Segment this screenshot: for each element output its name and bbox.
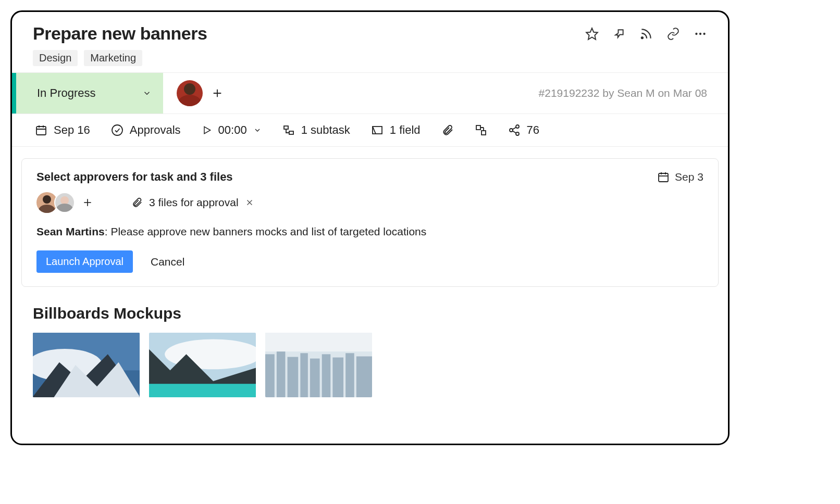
due-date-picker[interactable]: Sep 16 [35,123,90,137]
svg-rect-17 [476,125,480,130]
attachments-button[interactable] [441,124,454,136]
paperclip-icon [131,197,143,208]
svg-line-25 [512,131,516,133]
svg-rect-18 [481,131,486,135]
approvers-row: 3 files for approval [36,192,703,213]
add-assignee-button[interactable] [210,86,225,100]
task-toolbar: Sep 16 Approvals 00:00 1 subtask [12,114,728,147]
more-icon[interactable] [694,27,707,41]
svg-rect-53 [356,356,372,397]
comment-text: Please approve new banners mocks and lis… [110,225,426,237]
svg-line-24 [512,128,516,130]
share-icon [508,124,521,136]
field-icon [371,124,384,136]
svg-point-22 [510,129,513,132]
svg-rect-46 [277,351,286,397]
task-header: Prepare new banners Desig [12,12,728,72]
dependencies-button[interactable] [475,124,487,136]
status-dropdown[interactable]: In Progress [12,73,163,114]
svg-rect-48 [300,353,307,397]
approval-card-title: Select approvers for task and 3 files [36,170,233,184]
approval-due-date[interactable]: Sep 3 [657,171,703,183]
assignees [163,80,225,106]
fields-button[interactable]: 1 field [371,123,421,137]
svg-point-11 [112,125,122,135]
svg-rect-42 [149,384,256,397]
svg-line-16 [373,127,376,134]
svg-rect-26 [659,173,668,182]
timer-control[interactable]: 00:00 [202,123,262,137]
cancel-button[interactable]: Cancel [147,255,188,269]
svg-point-3 [699,32,701,34]
svg-rect-47 [288,357,299,398]
check-circle-icon [111,124,123,136]
rss-icon[interactable] [639,27,653,41]
svg-rect-50 [322,354,331,397]
mockup-thumbnail[interactable] [149,333,256,397]
svg-marker-0 [586,28,598,40]
task-tags: Design Marketing [33,50,707,66]
svg-point-23 [516,132,519,135]
mockup-thumbnail[interactable] [265,333,372,397]
svg-rect-7 [36,127,46,135]
task-id: #219192232 [539,87,600,99]
approval-comment: Sean Martins: Please approve new banners… [36,225,703,238]
play-icon [202,125,212,135]
svg-rect-44 [265,333,372,351]
mockups-heading: Billboards Mockups [33,305,728,322]
svg-rect-51 [332,358,343,397]
subtasks-count: 1 subtask [301,123,350,137]
approvals-label: Approvals [130,123,181,137]
svg-rect-49 [310,359,320,397]
mockup-thumbnail[interactable] [33,333,140,397]
paperclip-icon [441,124,454,136]
subtasks-button[interactable]: 1 subtask [282,123,350,137]
tag-design[interactable]: Design [33,50,78,66]
svg-rect-13 [284,126,288,129]
tag-marketing[interactable]: Marketing [84,50,142,66]
task-detail-window: Prepare new banners Desig [10,10,730,445]
approval-due-date-value: Sep 3 [675,171,703,183]
svg-point-2 [695,32,697,34]
launch-approval-button[interactable]: Launch Approval [36,250,133,273]
svg-point-4 [703,32,705,34]
approver-avatar[interactable] [54,192,75,213]
approver-avatars [36,192,75,213]
svg-rect-14 [289,131,293,134]
link-icon[interactable] [666,27,680,41]
svg-rect-52 [345,353,354,397]
star-icon[interactable] [585,27,599,41]
approval-actions: Launch Approval Cancel [36,250,703,273]
due-date-value: Sep 16 [54,123,90,137]
task-title: Prepare new banners [33,23,207,44]
remove-files-icon[interactable] [245,198,254,207]
mockup-thumbnails [33,333,728,397]
svg-point-21 [516,125,519,128]
files-for-approval[interactable]: 3 files for approval [131,196,254,209]
subtask-icon [282,124,295,136]
dependency-icon [475,124,487,136]
svg-point-1 [641,36,643,38]
task-meta: #219192232 by Sean M on Mar 08 [539,87,728,99]
task-created-date: Mar 08 [673,87,707,99]
approval-card-header: Select approvers for task and 3 files Se… [36,170,703,184]
approvals-button[interactable]: Approvals [111,123,181,137]
share-button[interactable]: 76 [508,123,539,137]
assignee-avatar[interactable] [177,80,203,106]
files-label: 3 files for approval [149,196,239,209]
chevron-down-icon [142,89,152,98]
status-label: In Progress [37,86,96,100]
share-count: 76 [527,123,539,137]
task-author: Sean M [617,87,654,99]
pin-icon[interactable] [612,27,626,41]
title-row: Prepare new banners [33,23,707,44]
svg-rect-45 [265,354,275,397]
svg-marker-12 [204,127,211,133]
timer-value: 00:00 [218,123,247,137]
calendar-icon [35,124,47,136]
chevron-down-icon [253,126,262,134]
header-actions [585,27,707,41]
add-approver-button[interactable] [80,195,95,210]
status-row: In Progress #219192232 by Sean M on Mar … [12,72,728,114]
approval-card: Select approvers for task and 3 files Se… [21,158,719,287]
